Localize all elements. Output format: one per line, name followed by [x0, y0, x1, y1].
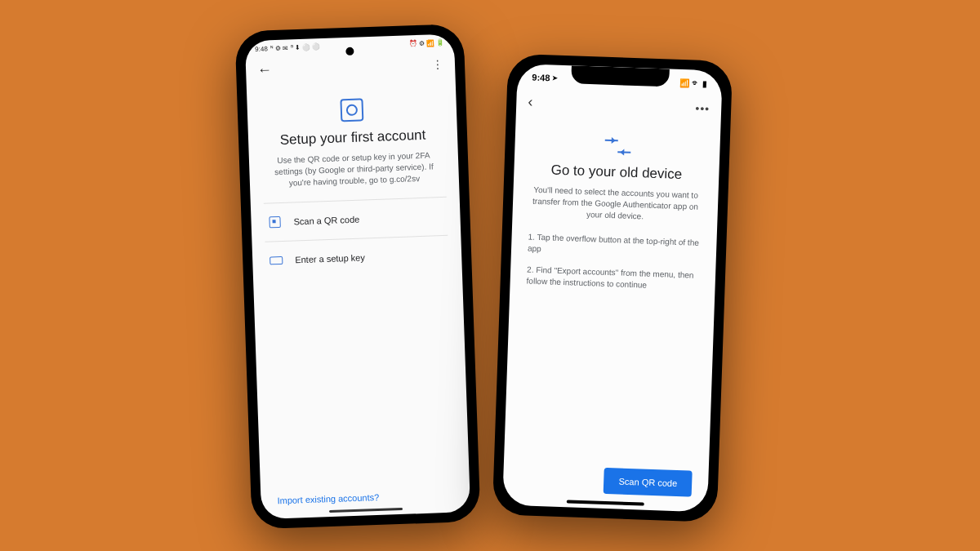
qr-icon: [267, 214, 283, 229]
page-title: Setup your first account: [261, 126, 444, 149]
hero-icon-container: [528, 133, 707, 159]
steps-list: 1. Tap the overflow button at the top-ri…: [523, 231, 704, 303]
overflow-menu-button[interactable]: ⋮: [431, 57, 443, 70]
step-1: 1. Tap the overflow button at the top-ri…: [527, 232, 700, 260]
wifi-icon: ᯤ: [692, 78, 700, 87]
iphone-frame: 9:48 ➤ 📶 ᯤ ▮ ‹ ••• Go to your old device…: [492, 54, 733, 522]
account-icon: [340, 98, 363, 122]
iphone-screen: 9:48 ➤ 📶 ᯤ ▮ ‹ ••• Go to your old device…: [502, 64, 723, 512]
status-time: 9:48: [255, 44, 268, 52]
transfer-icon: [604, 136, 630, 157]
import-link[interactable]: Import existing accounts?: [273, 476, 457, 518]
main-content: Setup your first account Use the QR code…: [246, 78, 470, 519]
signal-icon: 📶: [679, 78, 689, 87]
overflow-menu-button[interactable]: •••: [695, 101, 710, 115]
enter-key-option[interactable]: Enter a setup key: [265, 234, 449, 279]
location-icon: ➤: [552, 74, 558, 82]
step-2: 2. Find "Export accounts" from the menu,…: [526, 264, 699, 292]
camera-hole: [345, 47, 354, 55]
enter-key-label: Enter a setup key: [295, 252, 365, 264]
scan-qr-label: Scan a QR code: [293, 214, 359, 226]
page-subtitle: Use the QR code or setup key in your 2FA…: [261, 149, 445, 189]
back-button[interactable]: ‹: [527, 93, 532, 110]
status-time: 9:48: [532, 73, 550, 83]
notch: [570, 65, 669, 87]
android-phone-frame: 9:48 ᴺ ⚙ ✉ ᴮ ⬇ ⚪ ⚪ ⏰ ⚙ 📶 🔋 ← ⋮ Setup you…: [234, 23, 480, 528]
android-screen: 9:48 ᴺ ⚙ ✉ ᴮ ⬇ ⚪ ⚪ ⏰ ⚙ 📶 🔋 ← ⋮ Setup you…: [244, 33, 470, 519]
back-button[interactable]: ←: [256, 61, 272, 79]
page-subtitle: You'll need to select the accounts you w…: [525, 184, 705, 224]
page-title: Go to your old device: [527, 161, 706, 184]
hero-icon-container: [260, 95, 443, 124]
scan-qr-option[interactable]: Scan a QR code: [263, 196, 448, 241]
scan-qr-button[interactable]: Scan QR code: [604, 468, 693, 497]
battery-icon: ▮: [702, 78, 707, 87]
status-notif-icons: ᴺ ⚙ ✉ ᴮ ⬇ ⚪ ⚪: [270, 42, 320, 51]
status-system-icons: ⏰ ⚙ 📶 🔋: [408, 38, 444, 47]
keyboard-icon: [268, 252, 283, 268]
main-content: Go to your old device You'll need to sel…: [502, 117, 720, 512]
